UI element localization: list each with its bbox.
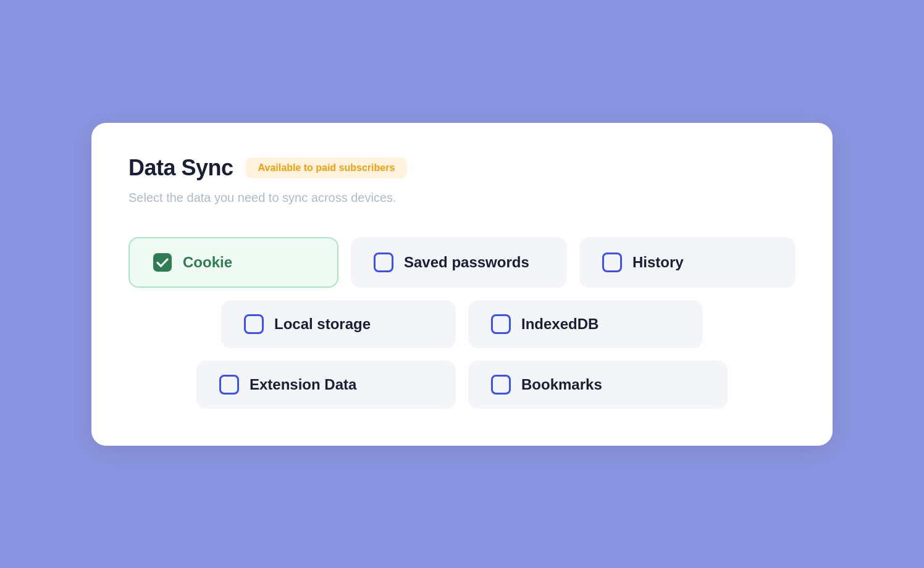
- option-cookie[interactable]: Cookie: [128, 237, 338, 288]
- checkbox-indexeddb: [490, 314, 511, 335]
- option-history[interactable]: History: [579, 237, 796, 288]
- options-grid: Cookie Saved passwords History: [128, 237, 796, 409]
- main-card: Data Sync Available to paid subscribers …: [91, 123, 833, 446]
- option-saved-passwords[interactable]: Saved passwords: [351, 237, 567, 288]
- svg-rect-0: [153, 253, 172, 272]
- checkbox-saved-passwords: [373, 252, 394, 273]
- option-extension-data[interactable]: Extension Data: [196, 361, 456, 409]
- option-bookmarks[interactable]: Bookmarks: [468, 361, 728, 409]
- options-row-1: Cookie Saved passwords History: [128, 237, 796, 288]
- option-history-label: History: [632, 254, 684, 271]
- svg-rect-4: [492, 315, 510, 333]
- options-row-3: Extension Data Bookmarks: [128, 361, 796, 409]
- option-local-storage-label: Local storage: [274, 315, 371, 333]
- checkbox-local-storage: [243, 314, 264, 335]
- option-cookie-label: Cookie: [183, 254, 232, 271]
- option-bookmarks-label: Bookmarks: [521, 376, 602, 393]
- options-row-2: Local storage IndexedDB: [128, 300, 796, 348]
- option-local-storage[interactable]: Local storage: [221, 300, 456, 348]
- svg-rect-5: [220, 375, 238, 393]
- availability-badge: Available to paid subscribers: [246, 157, 408, 178]
- svg-rect-3: [245, 315, 263, 333]
- option-indexeddb[interactable]: IndexedDB: [468, 300, 703, 348]
- checkbox-extension-data: [219, 374, 240, 395]
- option-saved-passwords-label: Saved passwords: [404, 254, 529, 271]
- checkbox-history: [602, 252, 623, 273]
- page-title: Data Sync: [128, 155, 233, 181]
- svg-rect-1: [375, 253, 393, 271]
- option-indexeddb-label: IndexedDB: [521, 315, 598, 333]
- header-row: Data Sync Available to paid subscribers: [128, 155, 796, 181]
- subtitle: Select the data you need to sync across …: [128, 191, 796, 205]
- svg-rect-6: [492, 375, 510, 393]
- checkbox-bookmarks: [490, 374, 511, 395]
- svg-rect-2: [603, 253, 621, 271]
- option-extension-data-label: Extension Data: [250, 376, 356, 393]
- checkbox-cookie-checked: [152, 252, 173, 273]
